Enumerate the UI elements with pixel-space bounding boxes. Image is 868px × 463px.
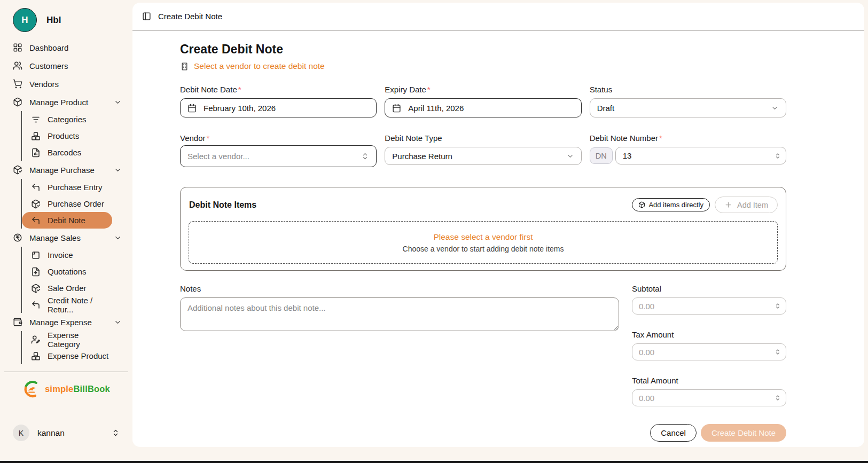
sidebar-item-label: Purchase Order [48, 199, 104, 208]
manage-sales-subgroup: Invoice Quotations Sale Order Credit Not… [21, 247, 112, 313]
items-empty-subtitle: Choose a vendor to start adding debit no… [403, 245, 564, 253]
sidebar-item-label: Sale Order [48, 284, 87, 293]
notebook-icon [31, 250, 41, 260]
package-icon [13, 97, 22, 107]
total-amount-inputbox [632, 389, 786, 406]
package-icon [638, 201, 645, 208]
cancel-button[interactable]: Cancel [650, 424, 697, 442]
debit-note-number-inputbox [615, 147, 786, 164]
users-icon [13, 61, 22, 70]
sidebar-item-categories[interactable]: Categories [22, 111, 112, 128]
corner-up-left-icon [31, 216, 41, 225]
items-empty-title: Please select a vendor first [433, 232, 533, 242]
create-debit-note-button[interactable]: Create Debit Note [701, 424, 786, 442]
sidebar-item-expense-product[interactable]: Expense Product [22, 348, 112, 364]
sidebar-item-label: Invoice [48, 250, 73, 260]
notes-totals-section: Notes Subtotal Tax Amount [180, 284, 786, 422]
sidebar-item-label: Dashboard [29, 43, 68, 52]
vendor-field: Vendor* Select a vendor... [180, 134, 377, 167]
add-items-directly-label: Add items directly [648, 201, 703, 209]
subtotal-label: Subtotal [632, 284, 786, 293]
sidebar-item-expense-category[interactable]: Expense Category [22, 331, 112, 348]
package-check-icon [31, 199, 41, 209]
calendar-icon [187, 104, 197, 113]
sidebar-item-manage-sales[interactable]: Manage Sales [13, 229, 125, 247]
debit-note-date-value: February 10th, 2026 [204, 104, 276, 113]
debit-note-type-value: Purchase Return [392, 152, 452, 161]
vendor-label: Vendor* [180, 134, 377, 143]
sidebar-item-quotations[interactable]: Quotations [22, 263, 112, 280]
sidebar-item-vendors[interactable]: Vendors [13, 75, 125, 93]
sidebar-nav: Dashboard Customers Vendors Manage Produ… [0, 37, 132, 364]
sidebar-item-invoice[interactable]: Invoice [22, 247, 112, 263]
brand: H Hbl [0, 0, 132, 37]
sidebar-item-dashboard[interactable]: Dashboard [13, 38, 125, 57]
sidebar-item-label: Expense Product [48, 351, 108, 360]
sidebar-item-sale-order[interactable]: Sale Order [22, 280, 112, 296]
sidebar-item-credit-note[interactable]: Credit Note / Retur... [22, 296, 112, 313]
tax-amount-field: Tax Amount [632, 330, 786, 360]
add-item-label: Add Item [737, 201, 768, 209]
required-asterisk: * [659, 134, 662, 143]
topbar: Create Debit Note [132, 3, 864, 30]
expiry-date-field: Expiry Date* April 11th, 2026 [385, 85, 581, 117]
tax-amount-label: Tax Amount [632, 330, 786, 339]
plus-icon [724, 201, 732, 209]
chevron-down-icon [114, 166, 122, 174]
totals-column: Subtotal Tax Amount Total Amount [632, 284, 786, 422]
items-title: Debit Note Items [189, 200, 256, 210]
sidebar-item-manage-purchase[interactable]: Manage Purchase [13, 161, 125, 179]
chevrons-up-down-icon [361, 152, 369, 160]
status-select[interactable]: Draft [590, 98, 786, 117]
debit-note-number-input[interactable] [623, 151, 774, 160]
topbar-title: Create Debit Note [158, 12, 222, 21]
sidebar-item-customers[interactable]: Customers [13, 57, 125, 75]
panel-left-icon[interactable] [142, 12, 151, 21]
add-items-directly-button[interactable]: Add items directly [632, 198, 710, 211]
total-amount-input[interactable] [639, 394, 774, 403]
brand-avatar: H [13, 8, 37, 32]
page-subtitle: Select a vendor to create debit note [180, 61, 786, 71]
page-title: Create Debit Note [180, 41, 786, 57]
boxes-icon [31, 131, 41, 141]
file-chart-icon [31, 148, 41, 158]
items-empty-state: Please select a vendor first Choose a ve… [189, 221, 778, 264]
shopping-cart-icon [13, 79, 22, 89]
required-asterisk: * [238, 85, 241, 94]
debit-note-form: Debit Note Date* February 10th, 2026 Exp… [180, 85, 786, 167]
debit-note-type-select[interactable]: Purchase Return [385, 147, 581, 165]
add-item-button[interactable]: Add Item [715, 197, 778, 213]
debit-note-date-label: Debit Note Date* [180, 85, 377, 94]
user-menu[interactable]: K kannan [0, 425, 132, 461]
subtotal-input[interactable] [639, 302, 774, 311]
debit-note-type-field: Debit Note Type Purchase Return [385, 134, 581, 167]
debit-note-number-field: Debit Note Number* DN [590, 134, 786, 167]
sidebar-item-purchase-order[interactable]: Purchase Order [22, 195, 112, 212]
number-stepper-icon[interactable] [774, 394, 781, 402]
bottom-edge-bar [0, 461, 868, 463]
tax-amount-input[interactable] [639, 348, 774, 357]
sidebar-item-debit-note[interactable]: Debit Note [22, 212, 112, 229]
number-stepper-icon[interactable] [774, 302, 781, 310]
notes-textarea[interactable] [180, 297, 619, 331]
sidebar-item-barcodes[interactable]: Barcodes [22, 144, 112, 161]
sidebar-item-manage-product[interactable]: Manage Product [13, 93, 125, 111]
debit-note-date-input[interactable]: February 10th, 2026 [180, 98, 377, 117]
vendor-select[interactable]: Select a vendor... [180, 145, 377, 167]
sidebar-item-manage-expense[interactable]: Manage Expense [13, 313, 125, 331]
sidebar-item-label: Purchase Entry [48, 183, 103, 192]
sidebar-item-label: Credit Note / Retur... [48, 296, 109, 314]
status-field: Status Draft [590, 85, 786, 117]
debit-note-number-row: DN [590, 147, 786, 164]
sidebar-item-purchase-entry[interactable]: Purchase Entry [22, 179, 112, 195]
file-input-icon [31, 267, 41, 277]
sidebar-item-products[interactable]: Products [22, 128, 112, 144]
sidebar-item-label: Expense Category [48, 331, 109, 349]
number-stepper-icon[interactable] [774, 348, 781, 356]
sidebar-item-label: Quotations [48, 267, 87, 276]
chevrons-up-down-icon [112, 429, 120, 437]
brand-name: Hbl [46, 15, 61, 26]
number-stepper-icon[interactable] [774, 152, 781, 160]
main-content-card: Create Debit Note Create Debit Note Sele… [132, 3, 864, 447]
expiry-date-input[interactable]: April 11th, 2026 [385, 98, 581, 117]
